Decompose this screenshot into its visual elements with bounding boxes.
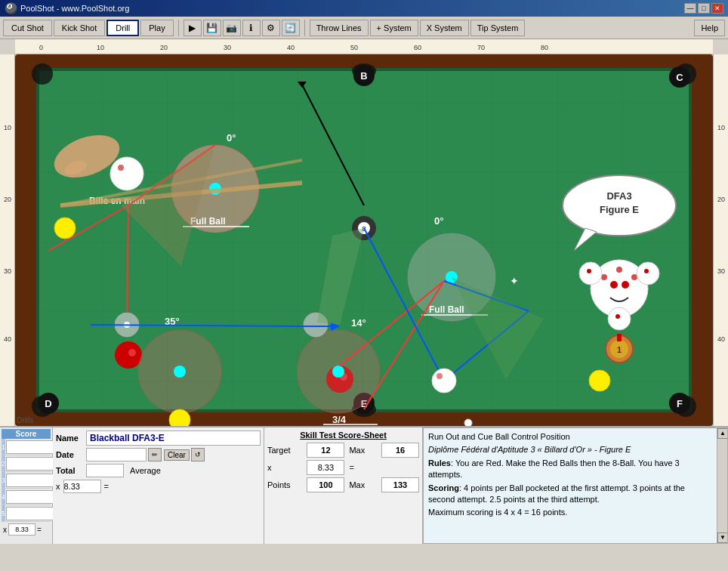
close-btn[interactable]: ✕ [711,3,723,14]
svg-text:10: 10 [97,44,104,51]
svg-text:50: 50 [350,44,358,51]
svg-point-103 [589,370,610,391]
info-equals: = [104,482,109,491]
svg-point-114 [622,281,629,289]
max-label-2: Max [349,480,377,489]
score-sheet-title: Skill Test Score-Sheet [267,431,419,440]
svg-text:Full Ball: Full Ball [190,216,226,227]
points-input[interactable] [307,477,344,492]
date-field: Date ✏ Clear ↺ [56,448,261,461]
ruler-top-svg: 0 10 20 30 40 50 60 70 80 [15,39,713,54]
clear-btn[interactable]: Clear [164,449,190,461]
score-row-2: 2 [2,455,51,472]
camera-icon[interactable]: 📷 [223,20,241,36]
score-panel: Score 1 2 3 4 5 x = [0,427,53,544]
ruler-top: 0 10 20 30 40 50 60 70 80 [15,39,713,54]
score-sheet-panel: Skill Test Score-Sheet Target Max x = Po… [264,427,423,544]
drill-btn[interactable]: Drill [106,20,139,36]
pool-table: B C D E F Bille en main Full Ball 0° [15,54,713,426]
svg-text:F: F [677,398,683,409]
scroll-up-btn[interactable]: ▲ [717,428,728,439]
score-value[interactable] [8,523,35,536]
formula-row: x = [56,480,261,493]
name-value: Blackball DFA3-E [86,431,261,446]
points-label: Points [267,480,302,489]
svg-point-52 [110,157,143,190]
svg-point-105 [436,373,443,379]
svg-text:1: 1 [617,345,622,354]
edit-icon[interactable]: ✏ [148,448,162,461]
play-btn[interactable]: Play [140,20,173,36]
target-input[interactable] [307,443,344,458]
svg-text:B: B [360,70,367,82]
svg-point-78 [174,366,186,378]
ss-x-label: x [267,463,302,472]
info-panel: Name Blackball DFA3-E Date ✏ Clear ↺ Tot… [53,427,264,544]
svg-point-53 [118,165,124,171]
score-total-row: x = [2,522,51,537]
svg-rect-127 [617,334,622,341]
ss-x-input[interactable] [307,460,344,475]
throw-lines-btn[interactable]: Throw Lines [310,20,369,36]
svg-text:✦: ✦ [510,275,519,287]
refresh-icon[interactable]: 🔄 [282,20,300,36]
svg-text:30: 30 [717,267,725,275]
settings-icon[interactable]: ⚙ [262,20,280,36]
svg-text:10: 10 [4,124,11,131]
svg-point-73 [128,349,136,356]
info-icon[interactable]: ℹ [242,20,261,36]
svg-text:D: D [45,398,51,409]
target-label: Target [267,446,302,455]
title-bar: 🎱 PoolShot - www.PoolShot.org — □ ✕ [0,0,728,17]
total-label: Total [56,466,86,475]
svg-point-113 [610,281,618,289]
score-equals: = [37,526,42,534]
average-label: Average [130,466,161,475]
desc-subtitle-text: Diplôme Fédéral d'Aptitude 3 « Billard d… [428,445,631,454]
svg-point-123 [615,314,620,319]
svg-point-104 [432,369,456,393]
name-field: Name Blackball DFA3-E [56,431,261,446]
ruler-left-svg: 10 20 30 40 [0,54,15,426]
scroll-down-btn[interactable]: ▼ [717,532,728,543]
svg-text:80: 80 [541,44,548,51]
plus-system-btn[interactable]: + System [370,20,418,36]
svg-text:30: 30 [224,44,231,51]
desc-title-text: Run Out and Cue Ball Control Position [428,432,570,441]
x-system-btn[interactable]: X System [420,20,469,36]
svg-text:0: 0 [39,44,43,51]
scoring-text: : 4 points per Ball pocketed at the firs… [428,483,685,504]
refresh-small-icon[interactable]: ↺ [191,448,205,461]
svg-text:30: 30 [4,267,11,275]
ruler-left: 10 20 30 40 [0,54,15,426]
desc-subtitle: Diplôme Fédéral d'Aptitude 3 « Billard d… [428,444,714,455]
svg-point-80 [332,366,344,378]
date-label: Date [56,450,86,459]
desc-rules: Rules: You are Red. Make the Red Balls t… [428,458,714,481]
rules-text: : You are Red. Make the Red Balls then t… [428,458,680,479]
scrollbar[interactable]: ▲ ▼ [717,428,727,543]
kick-shot-btn[interactable]: Kick Shot [54,20,105,36]
title-bar-controls: — □ ✕ [684,3,723,14]
max-input-2[interactable] [381,477,419,492]
score-num-1: 1 [2,439,5,455]
score-num-2: 2 [2,455,5,471]
bottom-panel: Score 1 2 3 4 5 x = Name [0,426,728,544]
play-icon[interactable]: ▶ [184,20,202,36]
svg-point-106 [464,419,472,426]
date-input[interactable] [86,448,147,461]
maximize-btn[interactable]: □ [698,3,710,14]
svg-point-122 [608,307,631,330]
svg-point-34 [32,63,53,85]
svg-point-72 [115,341,142,369]
info-value[interactable] [63,480,101,493]
total-input[interactable] [86,464,124,477]
help-btn[interactable]: Help [694,20,725,36]
tip-system-btn[interactable]: Tip System [470,20,526,36]
separator-1 [178,20,179,36]
cut-shot-btn[interactable]: Cut Shot [3,20,52,36]
max-input-1[interactable] [381,443,419,458]
minimize-btn[interactable]: — [684,3,696,14]
svg-text:C: C [676,72,683,83]
save-icon[interactable]: 💾 [203,20,221,36]
